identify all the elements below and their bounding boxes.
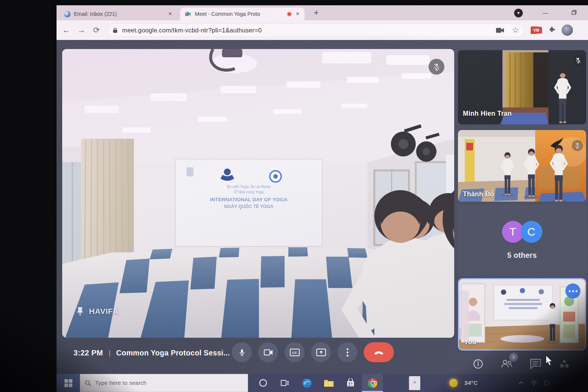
avatar-c: C (521, 221, 542, 243)
weather-sun-icon[interactable] (449, 379, 458, 387)
info-icon (473, 359, 483, 369)
participant-tile-minh-hien-tran[interactable]: Minh Hien Tran (458, 50, 586, 124)
puzzle-extensions-icon[interactable] (548, 26, 556, 34)
captions-icon: CC (290, 349, 300, 356)
chrome-browser-icon[interactable] (362, 374, 383, 392)
mic-off-icon (432, 63, 441, 71)
participants-count-badge: 9 (509, 353, 518, 361)
camera-toggle-button[interactable] (258, 342, 278, 362)
extension-area: VM (531, 24, 573, 36)
tray-square-icon[interactable] (544, 381, 549, 386)
file-explorer-icon[interactable] (318, 374, 339, 392)
captions-button[interactable]: CC (285, 342, 305, 362)
weather-temperature[interactable]: 34°C (464, 374, 478, 392)
email-favicon-icon (64, 11, 70, 17)
svg-text:CC: CC (292, 351, 297, 355)
forward-button[interactable]: → (74, 26, 89, 35)
meet-app: Be with Yoga, Be at Home Ở Nhà cùng Yoga… (57, 40, 588, 374)
windows-taskbar: ^ 34°C (57, 374, 588, 392)
profile-avatar[interactable] (562, 24, 573, 36)
avatar-group: T C (502, 221, 542, 243)
tray-caret-icon[interactable] (518, 381, 524, 385)
clock-time: 3:22 PM (74, 349, 103, 357)
self-label: You (464, 338, 476, 346)
participant-name: Thành Đỗ (463, 190, 494, 198)
more-vert-icon (346, 348, 349, 357)
chat-button[interactable] (530, 358, 541, 371)
meeting-panel-buttons: 9 (473, 358, 570, 371)
window-restore-button[interactable] (566, 7, 582, 18)
meeting-status-bar: 3:22 PM | Common Yoga Protocol Sessi... (74, 341, 230, 364)
show-hidden-icons-button[interactable]: ^ (409, 376, 420, 390)
tab-close-icon[interactable]: × (295, 11, 300, 17)
tab-meet[interactable]: Meet - Common Yoga Proto × (180, 8, 305, 20)
tab-meet-title: Meet - Common Yoga Proto (195, 11, 283, 17)
camera-in-use-icon[interactable] (496, 28, 504, 33)
tile-options-button[interactable] (565, 283, 580, 299)
main-video-feed[interactable]: Be with Yoga, Be at Home Ở Nhà cùng Yoga… (62, 49, 454, 338)
lock-icon (113, 28, 118, 33)
overflow-participants-tile[interactable]: T C 5 others (458, 205, 586, 276)
mouse-cursor (544, 355, 554, 366)
pin-icon (77, 307, 84, 316)
participant-tile-thanh-do[interactable]: Thành Đỗ (458, 130, 586, 202)
wifi-icon[interactable] (531, 381, 537, 386)
address-bar[interactable]: meet.google.com/tkm-vcbd-ntr?pli=1&authu… (107, 23, 525, 37)
call-controls: CC (232, 342, 394, 362)
reload-button[interactable]: ⟳ (89, 26, 104, 35)
more-options-button[interactable] (337, 342, 357, 362)
participant-name: Minh Hien Tran (463, 110, 512, 118)
mic-off-icon (574, 142, 581, 149)
browser-tab-strip: Email: Inbox (221) × Meet - Common Yoga … (57, 5, 588, 20)
bookmark-star-icon[interactable]: ☆ (512, 26, 519, 35)
meeting-title: Common Yoga Protocol Sessi... (116, 349, 230, 357)
meet-favicon-icon (185, 11, 191, 17)
tile-mute-indicator (572, 140, 583, 151)
hang-up-button[interactable] (364, 342, 394, 362)
new-tab-button[interactable]: + (311, 8, 322, 19)
others-count-label: 5 others (507, 251, 537, 260)
tab-close-icon[interactable]: × (168, 11, 173, 17)
separator: | (109, 349, 110, 357)
call-end-icon (374, 350, 384, 355)
mic-toggle-button[interactable] (232, 342, 252, 362)
activities-icon (559, 358, 570, 369)
system-tray (518, 374, 549, 392)
participants-button[interactable]: 9 (501, 359, 513, 371)
chat-icon (530, 358, 541, 369)
self-view-tile[interactable]: You (458, 278, 586, 351)
screen: Email: Inbox (221) × Meet - Common Yoga … (57, 5, 588, 392)
present-icon (316, 349, 326, 356)
stage-mute-button[interactable] (429, 59, 444, 75)
microsoft-store-icon[interactable] (340, 374, 361, 392)
browser-toolbar: ← → ⟳ meet.google.com/tkm-vcbd-ntr?pli=1… (57, 20, 588, 40)
tab-email[interactable]: Email: Inbox (221) × (60, 8, 177, 20)
start-button[interactable] (57, 374, 80, 392)
vm-extension-icon[interactable]: VM (531, 26, 542, 34)
photographed-monitor: Email: Inbox (221) × Meet - Common Yoga … (0, 0, 588, 392)
activities-button[interactable] (559, 358, 570, 371)
cortana-button[interactable] (253, 374, 274, 392)
meeting-details-button[interactable] (473, 359, 483, 371)
videocam-icon (264, 349, 273, 356)
present-screen-button[interactable] (311, 342, 331, 362)
window-minimize-button[interactable]: — (537, 7, 553, 18)
recording-indicator-icon (287, 12, 292, 17)
tile-mute-indicator (573, 55, 584, 66)
mic-off-icon (575, 57, 582, 64)
windows-logo-icon (64, 379, 72, 387)
search-icon (85, 380, 91, 386)
restore-icon (571, 10, 577, 15)
presenter-name-label: HAVIFA (77, 307, 118, 316)
search-input[interactable] (95, 380, 231, 386)
edge-browser-icon[interactable] (296, 374, 317, 392)
back-button[interactable]: ← (59, 26, 74, 35)
task-view-button[interactable] (274, 374, 296, 392)
mic-icon (238, 348, 246, 357)
url-text[interactable]: meet.google.com/tkm-vcbd-ntr?pli=1&authu… (122, 27, 262, 34)
heart-circle-icon[interactable]: ♥ (514, 9, 523, 17)
backdrop-banner-text: Be with Yoga, Be at Home Ở Nhà cùng Yoga… (175, 185, 322, 209)
taskbar-search-box[interactable] (80, 374, 248, 392)
tab-email-title: Email: Inbox (221) (74, 11, 164, 17)
